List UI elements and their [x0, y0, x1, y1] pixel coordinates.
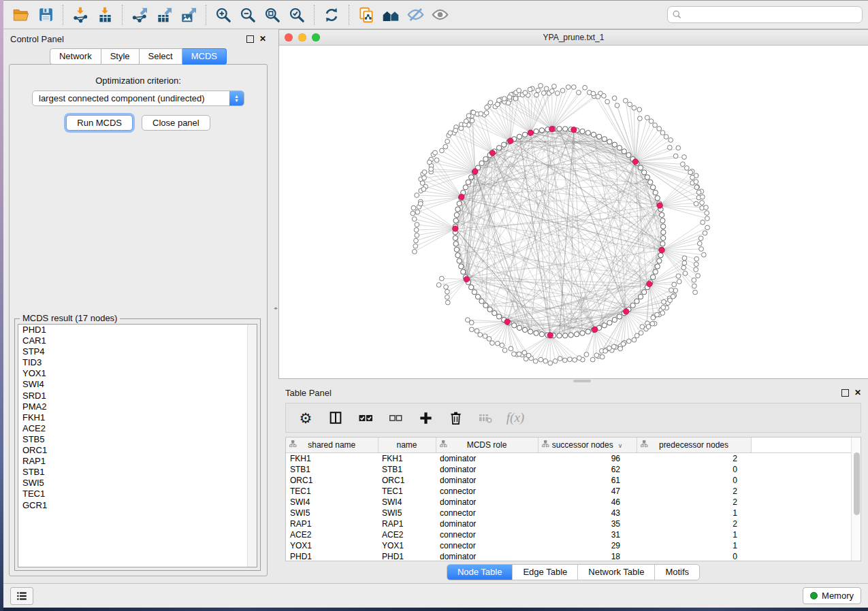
hide-selected-button[interactable] [403, 4, 428, 26]
toolbar-separator [63, 5, 63, 25]
import-table-button[interactable] [93, 4, 117, 26]
horizontal-splitter[interactable] [278, 379, 868, 383]
optimization-criterion-select[interactable]: largest connected component (undirected)… [32, 90, 244, 106]
columns-icon [328, 410, 343, 425]
zoom-out-button[interactable] [236, 4, 260, 26]
mcds-result-item[interactable]: TID3 [18, 357, 257, 368]
splitter-grip-icon[interactable] [573, 380, 591, 382]
mcds-result-item[interactable]: SWI4 [18, 379, 257, 390]
network-canvas[interactable] [279, 46, 868, 378]
table-row[interactable]: SWI5SWI5connector431 [286, 508, 853, 518]
column-header-filler [751, 437, 853, 453]
mcds-tab-content: Optimization criterion: largest connecte… [9, 64, 268, 576]
table-row[interactable]: STB1STB1dominator620 [286, 464, 853, 475]
table-panel: Table Panel ✕ ⚙ [278, 383, 868, 583]
close-panel-icon[interactable]: ✕ [259, 35, 266, 42]
search-box[interactable] [667, 6, 863, 23]
zoom-selected-button[interactable] [285, 4, 309, 26]
open-button[interactable] [9, 4, 33, 26]
network-window-title: YPA_prune.txt_1 [279, 33, 868, 42]
tab-edge-table[interactable]: Edge Table [512, 565, 577, 580]
table-row[interactable]: YOX1YOX1connector291 [286, 540, 853, 551]
float-window-icon[interactable] [841, 389, 849, 397]
close-panel-button[interactable]: Close panel [142, 115, 210, 131]
mcds-result-item[interactable]: RAP1 [18, 456, 257, 467]
optimization-criterion-label: Optimization criterion: [10, 76, 267, 86]
mcds-result-item[interactable]: YOX1 [18, 368, 257, 379]
save-button[interactable] [33, 4, 58, 26]
column-header-MCDS-role[interactable]: MCDS role [436, 437, 538, 453]
memory-button[interactable]: Memory [803, 587, 861, 604]
zoom-fit-button[interactable] [260, 4, 285, 26]
delete-column-button[interactable] [444, 406, 467, 429]
task-history-button[interactable] [10, 587, 33, 605]
show-columns-button[interactable] [324, 406, 347, 429]
mcds-result-item[interactable]: SWI5 [18, 478, 257, 489]
table-row[interactable]: ORC1ORC1dominator610 [286, 475, 853, 486]
zoom-in-button[interactable] [211, 4, 236, 26]
node-table: shared namenameMCDS rolesuccessor nodes∨… [286, 437, 853, 561]
deselect-all-button[interactable] [384, 406, 407, 429]
tab-style[interactable]: Style [101, 48, 140, 65]
mcds-result-item[interactable]: FKH1 [18, 412, 257, 423]
mcds-result-item[interactable]: PMA2 [18, 401, 257, 412]
table-scrollbar-thumb[interactable] [854, 452, 860, 515]
table-row[interactable]: SWI4SWI4dominator462 [286, 497, 853, 508]
mcds-result-item[interactable]: STP4 [18, 346, 257, 357]
mcds-result-item[interactable]: STB1 [18, 467, 257, 478]
table-settings-button[interactable]: ⚙ [294, 406, 317, 429]
tree-icon [641, 440, 648, 450]
export-table-button[interactable] [152, 4, 176, 26]
table-row[interactable]: RAP1RAP1dominator352 [286, 518, 853, 529]
table-row[interactable]: TEC1TEC1connector472 [286, 486, 853, 497]
network-window-titlebar[interactable]: YPA_prune.txt_1 [279, 30, 868, 46]
run-mcds-button[interactable]: Run MCDS [66, 115, 133, 131]
import-network-button[interactable] [68, 4, 93, 26]
tab-mcds[interactable]: MCDS [182, 48, 227, 65]
select-all-button[interactable] [354, 406, 377, 429]
tab-network[interactable]: Network [50, 48, 101, 65]
import-network-icon [71, 6, 89, 24]
mcds-result-item[interactable]: SRD1 [18, 391, 257, 401]
export-network-button[interactable] [127, 4, 152, 26]
delete-table-button-disabled [474, 406, 497, 429]
function-fx-icon: f(x) [507, 410, 524, 425]
export-table-icon [155, 6, 173, 24]
table-row[interactable]: PHD1PHD1dominator180 [286, 551, 853, 561]
tab-select[interactable]: Select [140, 48, 182, 65]
tab-network-table[interactable]: Network Table [577, 565, 654, 580]
float-window-icon[interactable] [246, 35, 254, 43]
duplicate-network-button[interactable] [354, 4, 379, 26]
column-header-shared-name[interactable]: shared name [286, 437, 378, 453]
column-header-successor-nodes[interactable]: successor nodes∨ [538, 437, 637, 453]
mcds-result-item[interactable]: STB5 [18, 434, 257, 445]
table-row[interactable]: ACE2ACE2connector311 [286, 529, 853, 540]
table-row[interactable]: FKH1FKH1dominator962 [286, 453, 853, 465]
first-neighbors-button[interactable] [379, 4, 403, 26]
column-header-name[interactable]: name [378, 437, 436, 453]
close-panel-icon[interactable]: ✕ [854, 389, 861, 396]
mcds-result-item[interactable]: TEC1 [18, 489, 257, 499]
vertical-splitter[interactable]: ◂▸ [273, 29, 278, 583]
column-header-predecessor-nodes[interactable]: predecessor nodes [637, 437, 751, 453]
add-column-button[interactable] [414, 406, 437, 429]
mcds-result-item[interactable]: GCR1 [18, 500, 257, 511]
mcds-result-item[interactable]: PHD1 [18, 325, 257, 335]
show-all-eye-button[interactable] [428, 4, 452, 26]
zoom-fit-icon [263, 6, 281, 24]
search-input[interactable] [682, 9, 858, 20]
mcds-result-item[interactable]: CAR1 [18, 335, 257, 346]
network-graph[interactable] [279, 46, 868, 378]
export-image-button[interactable] [176, 4, 201, 26]
table-scrollbar[interactable] [851, 437, 861, 561]
plus-icon [418, 410, 434, 426]
splitter-grip-icon[interactable]: ◂▸ [274, 306, 277, 310]
mcds-result-list[interactable]: PHD1CAR1STP4TID3YOX1SWI4SRD1PMA2FKH1ACE2… [18, 324, 257, 567]
mcds-result-item[interactable]: ORC1 [18, 445, 257, 456]
mcds-list-scrollbar[interactable] [247, 325, 257, 567]
toolbar-separator [206, 5, 206, 25]
tab-motifs[interactable]: Motifs [654, 565, 699, 580]
mcds-result-item[interactable]: ACE2 [18, 423, 257, 434]
tab-node-table[interactable]: Node Table [447, 565, 513, 580]
refresh-button[interactable] [319, 4, 344, 26]
